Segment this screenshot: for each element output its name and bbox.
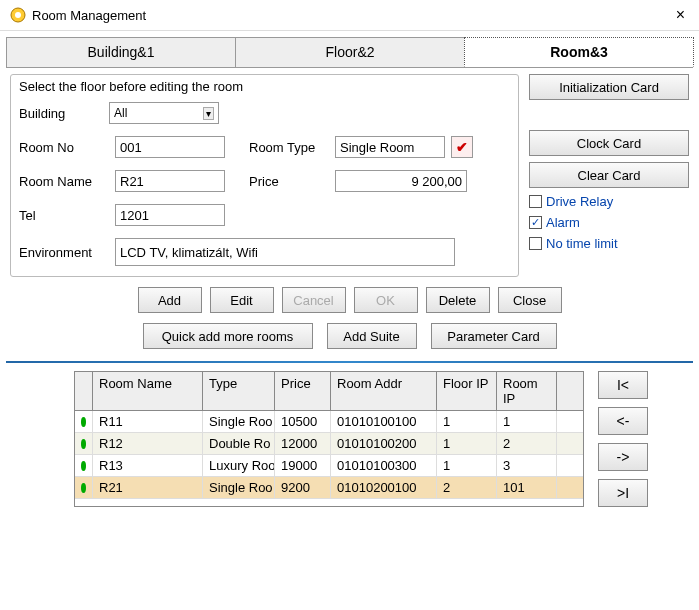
col-room-name[interactable]: Room Name xyxy=(93,372,203,410)
roomtype-input[interactable]: Single Room xyxy=(335,136,445,158)
table-row[interactable]: R21Single Roo9200010102001002101 xyxy=(75,477,583,499)
table-row[interactable]: R11Single Roo105000101010010011 xyxy=(75,411,583,433)
clear-card-button[interactable]: Clear Card xyxy=(529,162,689,188)
close-button[interactable]: Close xyxy=(498,287,562,313)
status-dot-icon xyxy=(81,439,86,449)
tel-label: Tel xyxy=(19,208,109,223)
add-button[interactable]: Add xyxy=(138,287,202,313)
col-type[interactable]: Type xyxy=(203,372,275,410)
svg-point-1 xyxy=(15,12,21,18)
roomtype-label: Room Type xyxy=(249,140,329,155)
status-dot-icon xyxy=(81,417,86,427)
room-table: Room Name Type Price Room Addr Floor IP … xyxy=(74,371,584,507)
prev-record-button[interactable]: <- xyxy=(598,407,648,435)
building-label: Building xyxy=(19,106,109,121)
roomno-input[interactable]: 001 xyxy=(115,136,225,158)
roomno-label: Room No xyxy=(19,140,109,155)
no-time-limit-checkbox[interactable]: No time limit xyxy=(529,236,689,251)
status-dot-icon xyxy=(81,461,86,471)
status-dot-icon xyxy=(81,483,86,493)
checkbox-checked-icon: ✓ xyxy=(529,216,542,229)
roomname-label: Room Name xyxy=(19,174,109,189)
cancel-button[interactable]: Cancel xyxy=(282,287,346,313)
tab-floor[interactable]: Floor&2 xyxy=(235,37,465,67)
first-record-button[interactable]: I< xyxy=(598,371,648,399)
checkbox-icon xyxy=(529,237,542,250)
section-divider xyxy=(6,361,693,363)
window-title: Room Management xyxy=(32,8,672,23)
roomtype-lookup-button[interactable]: ✔ xyxy=(451,136,473,158)
roomname-input[interactable]: R21 xyxy=(115,170,225,192)
drive-relay-checkbox[interactable]: Drive Relay xyxy=(529,194,689,209)
col-price[interactable]: Price xyxy=(275,372,331,410)
tab-room[interactable]: Room&3 xyxy=(464,37,694,67)
form-header: Select the floor before editing the room xyxy=(19,79,510,94)
col-room-addr[interactable]: Room Addr xyxy=(331,372,437,410)
delete-button[interactable]: Delete xyxy=(426,287,490,313)
tab-building[interactable]: Building&1 xyxy=(6,37,236,67)
environment-label: Environment xyxy=(19,245,109,260)
next-record-button[interactable]: -> xyxy=(598,443,648,471)
parameter-card-button[interactable]: Parameter Card xyxy=(431,323,557,349)
room-form: Select the floor before editing the room… xyxy=(10,74,519,277)
price-label: Price xyxy=(249,174,329,189)
clock-card-button[interactable]: Clock Card xyxy=(529,130,689,156)
init-card-button[interactable]: Initialization Card xyxy=(529,74,689,100)
table-row[interactable]: R13Luxury Roo190000101010030013 xyxy=(75,455,583,477)
quick-add-rooms-button[interactable]: Quick add more rooms xyxy=(143,323,313,349)
alarm-checkbox[interactable]: ✓Alarm xyxy=(529,215,689,230)
col-room-ip[interactable]: Room IP xyxy=(497,372,557,410)
edit-button[interactable]: Edit xyxy=(210,287,274,313)
environment-input[interactable]: LCD TV, klimatizált, Wifi xyxy=(115,238,455,266)
building-select[interactable]: All ▾ xyxy=(109,102,219,124)
last-record-button[interactable]: >I xyxy=(598,479,648,507)
table-row[interactable]: R12Double Ro120000101010020012 xyxy=(75,433,583,455)
chevron-down-icon: ▾ xyxy=(203,107,214,120)
tel-input[interactable]: 1201 xyxy=(115,204,225,226)
app-icon xyxy=(10,7,26,23)
price-input[interactable]: 9 200,00 xyxy=(335,170,467,192)
close-icon[interactable]: × xyxy=(672,6,689,24)
checkbox-icon xyxy=(529,195,542,208)
add-suite-button[interactable]: Add Suite xyxy=(327,323,417,349)
tab-bar: Building&1 Floor&2 Room&3 xyxy=(6,37,693,68)
ok-button[interactable]: OK xyxy=(354,287,418,313)
col-floor-ip[interactable]: Floor IP xyxy=(437,372,497,410)
